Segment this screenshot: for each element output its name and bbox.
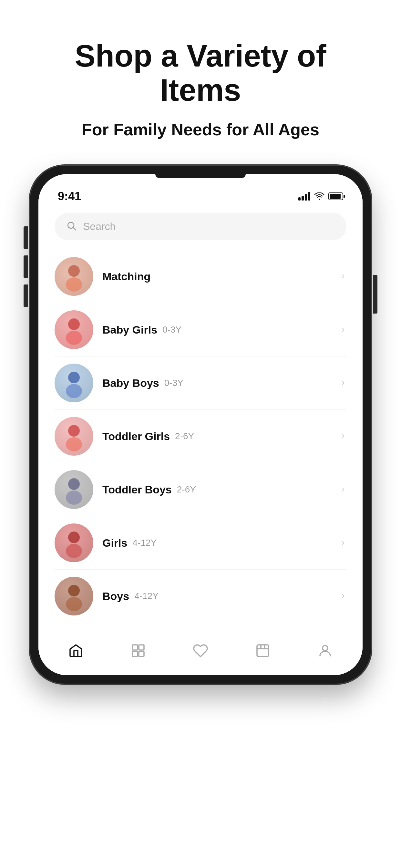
category-info-matching: Matching — [102, 270, 331, 283]
category-chevron-matching — [340, 271, 346, 282]
category-avatar-matching — [55, 257, 93, 296]
nav-cart[interactable] — [248, 639, 278, 662]
categories-icon — [130, 642, 147, 659]
search-placeholder: Search — [83, 221, 116, 232]
category-info-girls: Girls4-12Y — [102, 537, 331, 549]
category-item-baby-girls[interactable]: Baby Girls0-3Y — [55, 303, 346, 356]
category-chevron-baby-girls — [340, 324, 346, 335]
svg-point-5 — [66, 331, 82, 345]
category-avatar-boys — [55, 577, 93, 616]
nav-wishlist[interactable] — [186, 639, 215, 662]
svg-point-9 — [66, 437, 82, 452]
nav-categories[interactable] — [123, 639, 153, 662]
phone-wrapper: 9:41 — [23, 165, 378, 684]
nav-profile[interactable] — [310, 639, 340, 662]
category-info-boys: Boys4-12Y — [102, 590, 331, 602]
category-chevron-toddler-boys — [340, 484, 346, 495]
svg-point-10 — [68, 478, 80, 490]
notch — [155, 174, 246, 178]
category-age-boys: 4-12Y — [134, 591, 158, 601]
phone-screen: 9:41 — [38, 174, 363, 675]
category-item-toddler-girls[interactable]: Toddler Girls2-6Y — [55, 410, 346, 463]
wifi-icon — [314, 192, 325, 200]
cart-icon — [254, 642, 271, 659]
svg-point-3 — [66, 277, 82, 291]
category-list: Matching Baby Girls0-3Y Baby Boys0-3Y To… — [55, 250, 346, 623]
phone-frame: 9:41 — [29, 165, 372, 684]
category-info-baby-girls: Baby Girls0-3Y — [102, 323, 331, 336]
category-avatar-girls — [55, 523, 93, 562]
category-age-baby-girls: 0-3Y — [162, 324, 181, 335]
svg-point-11 — [66, 491, 82, 505]
svg-point-7 — [66, 384, 82, 398]
category-avatar-toddler-girls — [55, 417, 93, 456]
status-time: 9:41 — [58, 190, 81, 203]
category-chevron-girls — [340, 537, 346, 548]
svg-rect-19 — [139, 651, 144, 656]
category-item-toddler-boys[interactable]: Toddler Boys2-6Y — [55, 463, 346, 516]
category-age-toddler-girls: 2-6Y — [175, 431, 194, 441]
phone-content: Search Matching Baby Girls0-3Y Baby Boys… — [38, 206, 363, 623]
category-name-matching: Matching — [102, 270, 150, 283]
category-item-baby-boys[interactable]: Baby Boys0-3Y — [55, 356, 346, 410]
category-avatar-baby-boys — [55, 364, 93, 402]
svg-line-1 — [73, 228, 75, 230]
svg-rect-16 — [132, 645, 137, 650]
category-name-toddler-girls: Toddler Girls — [102, 430, 170, 443]
category-chevron-boys — [340, 591, 346, 601]
svg-rect-17 — [139, 645, 144, 650]
svg-rect-18 — [132, 651, 137, 656]
category-name-girls: Girls — [102, 537, 127, 549]
category-name-toddler-boys: Toddler Boys — [102, 484, 172, 496]
category-item-boys[interactable]: Boys4-12Y — [55, 569, 346, 623]
svg-point-12 — [68, 531, 80, 543]
category-item-girls[interactable]: Girls4-12Y — [55, 516, 346, 569]
search-icon — [66, 221, 76, 232]
category-chevron-toddler-girls — [340, 431, 346, 442]
search-bar[interactable]: Search — [55, 213, 346, 240]
page-subtitle: For Family Needs for All Ages — [32, 120, 369, 139]
heart-icon — [192, 642, 209, 659]
svg-point-6 — [68, 372, 80, 383]
status-icons — [298, 192, 343, 200]
page-title: Shop a Variety of Items — [32, 39, 369, 107]
profile-icon — [317, 642, 334, 659]
status-bar: 9:41 — [38, 178, 363, 206]
category-avatar-baby-girls — [55, 310, 93, 349]
category-name-boys: Boys — [102, 590, 129, 602]
page-header: Shop a Variety of Items For Family Needs… — [0, 0, 401, 165]
battery-icon — [328, 192, 343, 200]
category-info-toddler-boys: Toddler Boys2-6Y — [102, 484, 331, 496]
svg-point-2 — [68, 265, 80, 277]
svg-point-8 — [68, 425, 80, 437]
category-item-matching[interactable]: Matching — [55, 250, 346, 303]
category-info-baby-boys: Baby Boys0-3Y — [102, 377, 331, 390]
svg-point-21 — [322, 646, 328, 651]
category-avatar-toddler-boys — [55, 470, 93, 509]
category-info-toddler-girls: Toddler Girls2-6Y — [102, 430, 331, 443]
category-age-baby-boys: 0-3Y — [164, 378, 183, 388]
svg-point-15 — [66, 597, 82, 611]
bottom-nav — [38, 629, 363, 675]
svg-rect-20 — [257, 645, 269, 656]
category-name-baby-boys: Baby Boys — [102, 377, 159, 390]
svg-point-14 — [68, 585, 80, 596]
category-name-baby-girls: Baby Girls — [102, 323, 157, 336]
svg-point-4 — [68, 318, 80, 330]
nav-home[interactable] — [61, 639, 91, 662]
category-age-toddler-boys: 2-6Y — [177, 485, 196, 495]
svg-point-13 — [66, 544, 82, 558]
signal-icon — [298, 192, 310, 200]
home-icon — [67, 642, 84, 659]
category-age-girls: 4-12Y — [132, 538, 157, 548]
category-chevron-baby-boys — [340, 377, 346, 389]
